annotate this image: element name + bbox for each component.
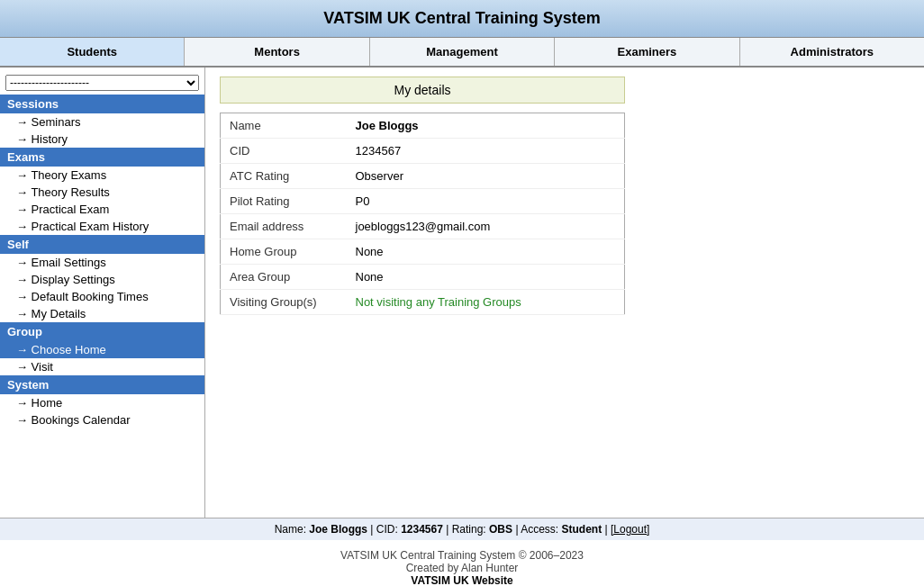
sidebar-item-practical-exam-history[interactable]: → Practical Exam History xyxy=(0,218,204,235)
sidebar-item-seminars[interactable]: → Seminars xyxy=(0,113,204,131)
details-table: Name Joe Bloggs CID 1234567 ATC Rating O… xyxy=(220,113,625,315)
sidebar-item-bookings-calendar[interactable]: → Bookings Calendar xyxy=(0,411,204,428)
field-label-email: Email address xyxy=(221,214,347,239)
field-value-atc-rating: Observer xyxy=(347,164,625,189)
nav-management[interactable]: Management xyxy=(370,38,555,66)
sidebar-item-history[interactable]: → History xyxy=(0,131,204,148)
sidebar-section-exams: Exams xyxy=(0,148,204,167)
nav-mentors[interactable]: Mentors xyxy=(185,38,369,66)
field-value-email: joebloggs123@gmail.com xyxy=(347,214,625,239)
footer-line1: VATSIM UK Central Training System © 2006… xyxy=(4,549,920,562)
sidebar-item-display-settings[interactable]: → Display Settings xyxy=(0,271,204,288)
nav-bar: Students Mentors Management Examiners Ad… xyxy=(0,38,924,68)
table-row: ATC Rating Observer xyxy=(221,164,625,189)
table-row: Home Group None xyxy=(221,239,625,265)
table-row: CID 1234567 xyxy=(221,139,625,164)
footer-rating-value: OBS xyxy=(489,523,512,536)
sidebar-item-visit[interactable]: → Visit xyxy=(0,358,204,375)
field-label-cid: CID xyxy=(221,139,347,164)
content-area: My details Name Joe Bloggs CID 1234567 A… xyxy=(205,68,924,518)
field-label-visiting-groups: Visiting Group(s) xyxy=(221,290,347,315)
field-value-area-group: None xyxy=(347,265,625,290)
sidebar-item-theory-exams[interactable]: → Theory Exams xyxy=(0,167,204,184)
sidebar-item-default-booking-times[interactable]: → Default Booking Times xyxy=(0,288,204,305)
main-layout: ----------------------------------------… xyxy=(0,68,924,518)
field-value-home-group: None xyxy=(347,239,625,265)
nav-students[interactable]: Students xyxy=(0,38,185,66)
table-row: Email address joebloggs123@gmail.com xyxy=(221,214,625,239)
footer-line3[interactable]: VATSIM UK Website xyxy=(4,574,920,586)
sidebar-item-choose-home[interactable]: → Choose Home xyxy=(0,341,204,358)
sidebar-item-practical-exam[interactable]: → Practical Exam xyxy=(0,201,204,218)
table-row: Name Joe Bloggs xyxy=(221,113,625,139)
field-value-visiting-groups: Not visiting any Training Groups xyxy=(347,290,625,315)
footer-name-label: Name: xyxy=(275,523,306,536)
footer-cid-label: CID: xyxy=(376,523,398,536)
field-value-name: Joe Bloggs xyxy=(347,113,625,139)
footer-name-value: Joe Bloggs xyxy=(309,523,367,536)
table-row: Visiting Group(s) Not visiting any Train… xyxy=(221,290,625,315)
field-label-home-group: Home Group xyxy=(221,239,347,265)
page-footer: VATSIM UK Central Training System © 2006… xyxy=(0,540,924,586)
table-row: Area Group None xyxy=(221,265,625,290)
nav-examiners[interactable]: Examiners xyxy=(555,38,739,66)
field-label-pilot-rating: Pilot Rating xyxy=(221,189,347,214)
field-value-cid: 1234567 xyxy=(347,139,625,164)
sidebar-select[interactable]: ----------------------------------------… xyxy=(5,75,199,91)
footer-rating-label: Rating: xyxy=(452,523,486,536)
footer-access-label: Access: xyxy=(521,523,558,536)
field-label-name: Name xyxy=(221,113,347,139)
field-label-atc-rating: ATC Rating xyxy=(221,164,347,189)
my-details-header: My details xyxy=(220,77,625,104)
sidebar-section-system: System xyxy=(0,375,204,394)
table-row: Pilot Rating P0 xyxy=(221,189,625,214)
nav-administrators[interactable]: Administrators xyxy=(740,38,924,66)
field-value-pilot-rating: P0 xyxy=(347,189,625,214)
app-title: VATSIM UK Central Training System xyxy=(0,0,924,38)
footer-cid-value: 1234567 xyxy=(401,523,443,536)
footer-line2: Created by Alan Hunter xyxy=(4,562,920,574)
field-label-area-group: Area Group xyxy=(221,265,347,290)
sidebar-item-theory-results[interactable]: → Theory Results xyxy=(0,184,204,201)
sidebar-item-my-details[interactable]: → My Details xyxy=(0,305,204,322)
sidebar-section-group: Group xyxy=(0,322,204,341)
sidebar-item-email-settings[interactable]: → Email Settings xyxy=(0,254,204,271)
footer-access-value: Student xyxy=(562,523,602,536)
sidebar-item-home[interactable]: → Home xyxy=(0,394,204,411)
sidebar-select-wrap[interactable]: ----------------------------------------… xyxy=(0,71,204,95)
sidebar-section-self: Self xyxy=(0,235,204,254)
logout-link[interactable]: [Logout] xyxy=(611,523,649,536)
sidebar: ----------------------------------------… xyxy=(0,68,205,518)
sidebar-section-sessions: Sessions xyxy=(0,95,204,113)
footer-bar: Name: Joe Bloggs | CID: 1234567 | Rating… xyxy=(0,518,924,540)
